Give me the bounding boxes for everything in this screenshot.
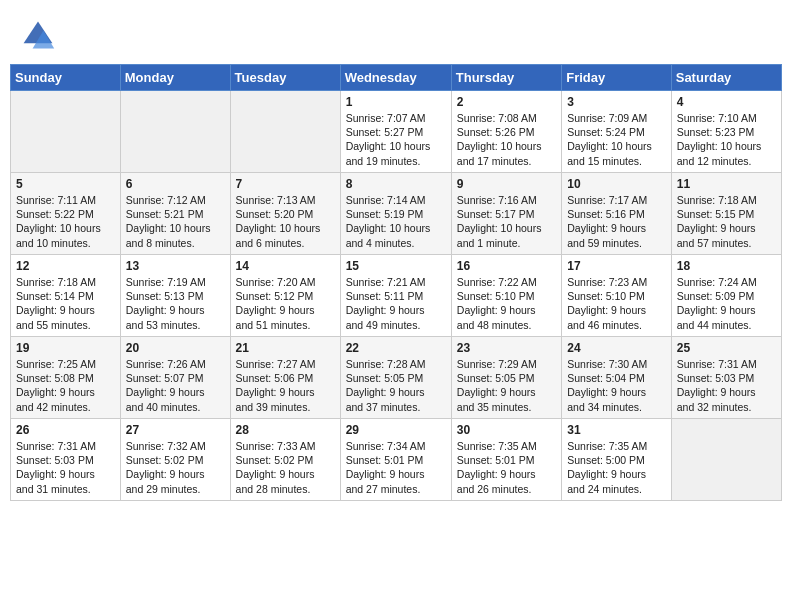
day-number: 9	[457, 177, 556, 191]
day-number: 23	[457, 341, 556, 355]
day-number: 8	[346, 177, 446, 191]
week-row-5: 26Sunrise: 7:31 AMSunset: 5:03 PMDayligh…	[11, 419, 782, 501]
day-info: Sunrise: 7:09 AMSunset: 5:24 PMDaylight:…	[567, 111, 666, 168]
calendar-cell: 13Sunrise: 7:19 AMSunset: 5:13 PMDayligh…	[120, 255, 230, 337]
day-number: 2	[457, 95, 556, 109]
calendar-cell: 11Sunrise: 7:18 AMSunset: 5:15 PMDayligh…	[671, 173, 781, 255]
calendar-cell: 9Sunrise: 7:16 AMSunset: 5:17 PMDaylight…	[451, 173, 561, 255]
header-saturday: Saturday	[671, 65, 781, 91]
day-info: Sunrise: 7:23 AMSunset: 5:10 PMDaylight:…	[567, 275, 666, 332]
day-number: 15	[346, 259, 446, 273]
day-info: Sunrise: 7:10 AMSunset: 5:23 PMDaylight:…	[677, 111, 776, 168]
calendar-cell: 14Sunrise: 7:20 AMSunset: 5:12 PMDayligh…	[230, 255, 340, 337]
calendar-cell	[230, 91, 340, 173]
logo	[20, 18, 60, 54]
calendar-cell: 19Sunrise: 7:25 AMSunset: 5:08 PMDayligh…	[11, 337, 121, 419]
day-info: Sunrise: 7:16 AMSunset: 5:17 PMDaylight:…	[457, 193, 556, 250]
calendar-cell: 28Sunrise: 7:33 AMSunset: 5:02 PMDayligh…	[230, 419, 340, 501]
day-info: Sunrise: 7:13 AMSunset: 5:20 PMDaylight:…	[236, 193, 335, 250]
day-number: 20	[126, 341, 225, 355]
day-number: 16	[457, 259, 556, 273]
day-number: 5	[16, 177, 115, 191]
header-sunday: Sunday	[11, 65, 121, 91]
calendar-cell: 2Sunrise: 7:08 AMSunset: 5:26 PMDaylight…	[451, 91, 561, 173]
calendar-cell: 10Sunrise: 7:17 AMSunset: 5:16 PMDayligh…	[562, 173, 672, 255]
week-row-1: 1Sunrise: 7:07 AMSunset: 5:27 PMDaylight…	[11, 91, 782, 173]
header-friday: Friday	[562, 65, 672, 91]
day-info: Sunrise: 7:08 AMSunset: 5:26 PMDaylight:…	[457, 111, 556, 168]
week-row-3: 12Sunrise: 7:18 AMSunset: 5:14 PMDayligh…	[11, 255, 782, 337]
day-number: 3	[567, 95, 666, 109]
day-number: 30	[457, 423, 556, 437]
calendar-cell	[11, 91, 121, 173]
week-row-4: 19Sunrise: 7:25 AMSunset: 5:08 PMDayligh…	[11, 337, 782, 419]
calendar-cell: 30Sunrise: 7:35 AMSunset: 5:01 PMDayligh…	[451, 419, 561, 501]
header-wednesday: Wednesday	[340, 65, 451, 91]
calendar-cell: 7Sunrise: 7:13 AMSunset: 5:20 PMDaylight…	[230, 173, 340, 255]
calendar-cell: 5Sunrise: 7:11 AMSunset: 5:22 PMDaylight…	[11, 173, 121, 255]
day-number: 28	[236, 423, 335, 437]
day-info: Sunrise: 7:35 AMSunset: 5:01 PMDaylight:…	[457, 439, 556, 496]
day-number: 27	[126, 423, 225, 437]
day-number: 11	[677, 177, 776, 191]
day-number: 1	[346, 95, 446, 109]
logo-icon	[20, 18, 56, 54]
day-info: Sunrise: 7:35 AMSunset: 5:00 PMDaylight:…	[567, 439, 666, 496]
day-info: Sunrise: 7:12 AMSunset: 5:21 PMDaylight:…	[126, 193, 225, 250]
header-thursday: Thursday	[451, 65, 561, 91]
day-info: Sunrise: 7:11 AMSunset: 5:22 PMDaylight:…	[16, 193, 115, 250]
day-number: 14	[236, 259, 335, 273]
calendar-cell: 26Sunrise: 7:31 AMSunset: 5:03 PMDayligh…	[11, 419, 121, 501]
week-row-2: 5Sunrise: 7:11 AMSunset: 5:22 PMDaylight…	[11, 173, 782, 255]
day-info: Sunrise: 7:31 AMSunset: 5:03 PMDaylight:…	[677, 357, 776, 414]
day-info: Sunrise: 7:28 AMSunset: 5:05 PMDaylight:…	[346, 357, 446, 414]
calendar-cell: 12Sunrise: 7:18 AMSunset: 5:14 PMDayligh…	[11, 255, 121, 337]
calendar-cell: 1Sunrise: 7:07 AMSunset: 5:27 PMDaylight…	[340, 91, 451, 173]
calendar-cell: 25Sunrise: 7:31 AMSunset: 5:03 PMDayligh…	[671, 337, 781, 419]
day-info: Sunrise: 7:18 AMSunset: 5:14 PMDaylight:…	[16, 275, 115, 332]
day-number: 29	[346, 423, 446, 437]
calendar-cell: 23Sunrise: 7:29 AMSunset: 5:05 PMDayligh…	[451, 337, 561, 419]
day-info: Sunrise: 7:18 AMSunset: 5:15 PMDaylight:…	[677, 193, 776, 250]
day-info: Sunrise: 7:29 AMSunset: 5:05 PMDaylight:…	[457, 357, 556, 414]
day-info: Sunrise: 7:33 AMSunset: 5:02 PMDaylight:…	[236, 439, 335, 496]
calendar-cell	[120, 91, 230, 173]
day-number: 7	[236, 177, 335, 191]
day-info: Sunrise: 7:17 AMSunset: 5:16 PMDaylight:…	[567, 193, 666, 250]
calendar-cell: 17Sunrise: 7:23 AMSunset: 5:10 PMDayligh…	[562, 255, 672, 337]
day-number: 26	[16, 423, 115, 437]
calendar-cell: 8Sunrise: 7:14 AMSunset: 5:19 PMDaylight…	[340, 173, 451, 255]
day-number: 25	[677, 341, 776, 355]
day-info: Sunrise: 7:34 AMSunset: 5:01 PMDaylight:…	[346, 439, 446, 496]
calendar-table: SundayMondayTuesdayWednesdayThursdayFrid…	[10, 64, 782, 501]
day-info: Sunrise: 7:22 AMSunset: 5:10 PMDaylight:…	[457, 275, 556, 332]
day-info: Sunrise: 7:21 AMSunset: 5:11 PMDaylight:…	[346, 275, 446, 332]
calendar-cell: 15Sunrise: 7:21 AMSunset: 5:11 PMDayligh…	[340, 255, 451, 337]
day-number: 12	[16, 259, 115, 273]
calendar-cell: 21Sunrise: 7:27 AMSunset: 5:06 PMDayligh…	[230, 337, 340, 419]
calendar-cell: 4Sunrise: 7:10 AMSunset: 5:23 PMDaylight…	[671, 91, 781, 173]
day-info: Sunrise: 7:20 AMSunset: 5:12 PMDaylight:…	[236, 275, 335, 332]
calendar-cell: 29Sunrise: 7:34 AMSunset: 5:01 PMDayligh…	[340, 419, 451, 501]
day-number: 17	[567, 259, 666, 273]
calendar-cell: 16Sunrise: 7:22 AMSunset: 5:10 PMDayligh…	[451, 255, 561, 337]
day-info: Sunrise: 7:19 AMSunset: 5:13 PMDaylight:…	[126, 275, 225, 332]
calendar-cell: 20Sunrise: 7:26 AMSunset: 5:07 PMDayligh…	[120, 337, 230, 419]
calendar-cell: 31Sunrise: 7:35 AMSunset: 5:00 PMDayligh…	[562, 419, 672, 501]
calendar-cell: 6Sunrise: 7:12 AMSunset: 5:21 PMDaylight…	[120, 173, 230, 255]
calendar-cell	[671, 419, 781, 501]
day-info: Sunrise: 7:26 AMSunset: 5:07 PMDaylight:…	[126, 357, 225, 414]
page-header	[10, 10, 782, 58]
day-info: Sunrise: 7:24 AMSunset: 5:09 PMDaylight:…	[677, 275, 776, 332]
day-number: 6	[126, 177, 225, 191]
calendar-cell: 27Sunrise: 7:32 AMSunset: 5:02 PMDayligh…	[120, 419, 230, 501]
day-number: 13	[126, 259, 225, 273]
day-number: 4	[677, 95, 776, 109]
day-number: 22	[346, 341, 446, 355]
day-info: Sunrise: 7:25 AMSunset: 5:08 PMDaylight:…	[16, 357, 115, 414]
header-tuesday: Tuesday	[230, 65, 340, 91]
day-info: Sunrise: 7:32 AMSunset: 5:02 PMDaylight:…	[126, 439, 225, 496]
day-number: 18	[677, 259, 776, 273]
day-number: 21	[236, 341, 335, 355]
day-number: 19	[16, 341, 115, 355]
